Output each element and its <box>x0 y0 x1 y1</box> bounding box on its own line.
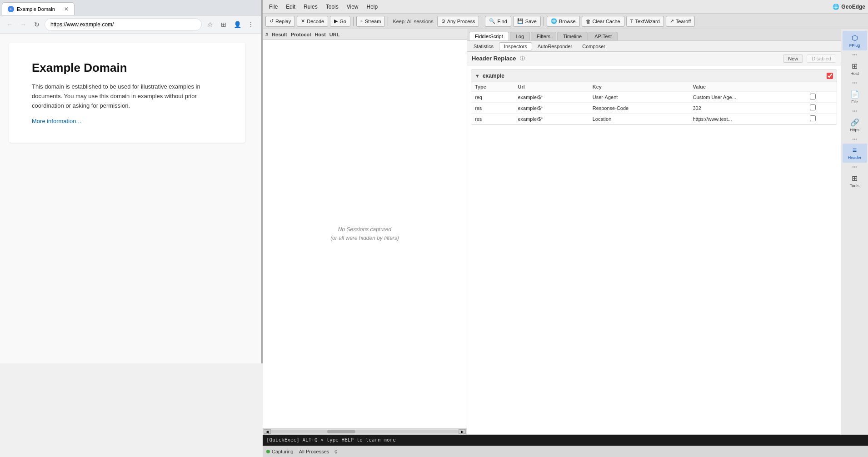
extensions-button[interactable]: ⊞ <box>217 18 230 31</box>
cell-key: Response-Code <box>589 103 689 114</box>
sidebar-item-fplug[interactable]: ⬡ FPlug <box>843 31 867 50</box>
sidebar-item-header[interactable]: ≡ Header <box>843 144 867 163</box>
subtab-composer[interactable]: Composer <box>578 43 610 50</box>
info-icon[interactable]: ⓘ <box>520 55 525 62</box>
cell-key: Location <box>589 114 689 124</box>
sidebar-item-https[interactable]: 🔗 Https <box>843 115 867 135</box>
col-type: Type <box>471 82 514 92</box>
save-button[interactable]: 💾 Save <box>513 16 541 27</box>
tools-label: Tools <box>850 184 859 188</box>
tab-favicon: E <box>8 6 14 12</box>
header-label: Header <box>848 155 862 160</box>
cell-value: https://www.test... <box>689 114 806 124</box>
stream-button[interactable]: ≈ Stream <box>356 16 385 27</box>
menu-edit[interactable]: Edit <box>282 3 299 11</box>
tab-fiddlerscript[interactable]: FiddlerScript <box>469 32 509 40</box>
new-rule-button[interactable]: New <box>783 55 803 63</box>
fplug-dots: ••• <box>852 52 857 57</box>
tearoff-button[interactable]: ↗ Tearoff <box>666 16 695 27</box>
quickexec-bar: [QuickExec] ALT+Q > type HELP to learn m… <box>263 435 868 446</box>
geoedge-logo: 🌐 GeoEdge <box>833 4 865 10</box>
subtab-inspectors[interactable]: Inspectors <box>499 42 532 50</box>
group-checkbox[interactable] <box>827 73 833 79</box>
find-button[interactable]: 🔍 Find <box>485 16 511 27</box>
browser-tab[interactable]: E Example Domain ✕ <box>2 2 75 15</box>
sessions-header: # Result Protocol Host URL <box>263 29 467 40</box>
tab-log[interactable]: Log <box>510 32 530 40</box>
row-checkbox-0[interactable] <box>810 94 816 99</box>
subtab-statistics[interactable]: Statistics <box>469 43 498 50</box>
more-info-link[interactable]: More information... <box>32 118 81 124</box>
capturing-dot <box>266 450 270 453</box>
rule-group-header: ▼ example <box>471 70 837 82</box>
menu-button[interactable]: ⋮ <box>244 18 257 31</box>
disabled-button[interactable]: Disabled <box>807 55 836 63</box>
browser-content: Example Domain This domain is establishe… <box>0 34 261 363</box>
reload-button[interactable]: ↻ <box>31 19 43 30</box>
tearoff-icon: ↗ <box>670 18 674 24</box>
file-dots: ••• <box>852 109 857 114</box>
fplug-icon: ⬡ <box>852 34 858 42</box>
cell-type: res <box>471 103 514 114</box>
fiddler-panel: File Edit Rules Tools View Help 🌐 GeoEdg… <box>263 0 868 457</box>
status-bar: Capturing All Processes 0 <box>263 446 868 457</box>
decode-button[interactable]: ✕ Decode <box>297 16 328 27</box>
all-processes-label: All Processes <box>299 449 329 454</box>
subtab-autoresponder[interactable]: AutoResponder <box>533 43 577 50</box>
back-button[interactable]: ← <box>4 19 15 30</box>
menu-help[interactable]: Help <box>363 3 382 11</box>
file-icon: 📄 <box>850 90 859 99</box>
replay-icon: ↺ <box>269 18 274 24</box>
any-process-button[interactable]: ⊙ Any Process <box>437 16 479 27</box>
text-wizard-button[interactable]: T TextWizard <box>626 16 664 27</box>
tab-filters[interactable]: Filters <box>531 32 556 40</box>
cell-checkbox[interactable] <box>806 103 837 114</box>
cell-type: res <box>471 114 514 124</box>
sidebar-item-file[interactable]: 📄 File <box>843 87 867 107</box>
group-name: example <box>483 73 504 79</box>
scrollbar-track[interactable] <box>271 430 459 433</box>
cell-value: 302 <box>689 103 806 114</box>
forward-button[interactable]: → <box>17 19 29 30</box>
profile-button[interactable]: 👤 <box>231 18 244 31</box>
cell-type: req <box>471 92 514 103</box>
go-button[interactable]: ▶ Go <box>330 16 350 27</box>
no-sessions-line1: No Sessions captured <box>330 225 399 234</box>
bookmark-button[interactable]: ☆ <box>204 18 216 31</box>
no-sessions-line2: (or all were hidden by filters) <box>330 234 399 243</box>
cell-checkbox[interactable] <box>806 92 837 103</box>
row-checkbox-2[interactable] <box>810 115 816 121</box>
sessions-scrollbar[interactable]: ◀ ▶ <box>263 428 467 434</box>
address-bar[interactable] <box>45 18 202 31</box>
scroll-right-button[interactable]: ▶ <box>459 429 466 434</box>
sidebar-item-host[interactable]: ⊞ Host <box>843 59 867 79</box>
save-icon: 💾 <box>517 18 524 24</box>
https-label: Https <box>850 128 859 132</box>
menu-view[interactable]: View <box>343 3 362 11</box>
clear-cache-button[interactable]: 🗑 Clear Cache <box>582 16 624 27</box>
browse-button[interactable]: 🌐 Browse <box>547 16 580 27</box>
table-row: res example\$* Response-Code 302 <box>471 103 837 114</box>
cell-value: Custom User Age... <box>689 92 806 103</box>
https-dots: ••• <box>852 137 857 142</box>
replay-button[interactable]: ↺ Replay <box>265 16 295 27</box>
group-toggle[interactable]: ▼ <box>475 73 480 79</box>
status-all-processes: All Processes <box>299 449 329 454</box>
text-wizard-icon: T <box>630 19 634 24</box>
menu-tools[interactable]: Tools <box>322 3 342 11</box>
row-checkbox-1[interactable] <box>810 104 816 110</box>
header-replace-panel: Header Replace ⓘ New Disabled ▼ example <box>467 52 841 434</box>
tab-apitest[interactable]: APITest <box>589 32 618 40</box>
fplug-label: FPlug <box>849 43 860 48</box>
menu-file[interactable]: File <box>265 3 281 11</box>
scrollbar-thumb <box>327 430 355 433</box>
scroll-left-button[interactable]: ◀ <box>264 429 271 434</box>
menu-rules[interactable]: Rules <box>300 3 321 11</box>
cell-url: example\$* <box>514 92 589 103</box>
toolbar-sep-1 <box>353 17 354 26</box>
fiddler-action-bar: ↺ Replay ✕ Decode ▶ Go ≈ Stream Keep: Al… <box>263 14 868 29</box>
tab-close-button[interactable]: ✕ <box>64 6 69 12</box>
tab-timeline[interactable]: Timeline <box>557 32 588 40</box>
sidebar-item-tools[interactable]: ⊞ Tools <box>843 171 867 191</box>
cell-checkbox[interactable] <box>806 114 837 124</box>
